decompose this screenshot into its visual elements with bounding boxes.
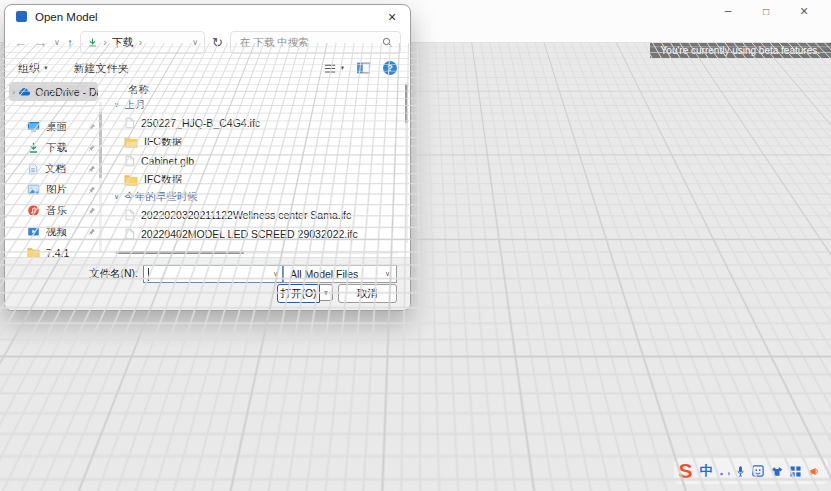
emoji-keyboard-icon[interactable] [752,465,764,477]
breadcrumb-separator: › [103,37,106,48]
pictures-icon [27,183,40,196]
dialog-nav-bar: ← → ∨ ↑ › 下载 › ∨ ↻ [5,28,410,56]
file-icon [124,209,135,221]
new-folder-button[interactable]: 新建文件夹 [74,61,129,76]
close-icon[interactable]: × [785,2,823,20]
file-list: 名称 ∨ 上月 250227_HJQ-B_C4G4.ifc IFC数据 [102,80,410,257]
places-sidebar: › OneDrive - Dat 桌面 下载 [5,80,102,257]
sogou-logo-icon[interactable]: S [678,460,692,482]
folder-row[interactable]: IFC数据 [112,170,410,189]
address-dropdown-icon[interactable]: ∨ [192,38,198,47]
beta-notice: You're currently using beta features. [650,43,831,58]
address-bar[interactable]: › 下载 › ∨ [80,31,205,54]
group-header-earlier-this-year[interactable]: ∨ 今年的早些时候 [112,189,410,205]
maximize-icon[interactable]: □ [747,2,785,20]
open-split-button: 打开(O) ▼ [277,284,333,303]
sidebar-item-desktop[interactable]: 桌面 [5,116,102,137]
breadcrumb-separator: › [139,37,142,48]
filename-input[interactable] [148,268,271,281]
view-mode-button[interactable]: ▾ [324,63,344,74]
folder-name: IFC数据 [144,135,182,149]
chevron-down-icon[interactable]: ∨ [273,270,278,278]
ime-language-toggle[interactable]: 中 [699,462,712,480]
group-label: 今年的早些时候 [124,190,198,204]
collapse-chevron-icon[interactable]: ∨ [114,101,119,109]
file-name: Cabinet.glb [141,155,194,167]
refresh-icon[interactable]: ↻ [212,35,223,50]
sidebar-item-label: 文档 [45,162,66,176]
sidebar-item-label: 图片 [46,183,67,197]
file-icon [124,155,135,167]
file-name: 250227_HJQ-B_C4G4.ifc [141,117,260,129]
file-name: 20220402MODEL LED SCREED 29032022.ifc [141,228,358,240]
sidebar-item-documents[interactable]: 文档 [5,158,102,179]
new-folder-label: 新建文件夹 [74,61,129,76]
dialog-footer: 文件名(N): ∨ All Model Files ∨ 打开(O) ▼ 取消 [5,257,410,310]
forward-icon[interactable]: → [34,36,47,49]
promo-horn-icon[interactable] [808,466,820,477]
dialog-toolbar: 组织 ▾ 新建文件夹 ▾ ? [5,56,410,80]
onedrive-cloud-icon [18,87,32,97]
filename-combobox[interactable]: ∨ [143,265,283,283]
downloads-icon [27,141,40,154]
up-icon[interactable]: ↑ [67,36,74,49]
pin-icon [88,186,96,194]
search-box[interactable] [230,31,401,54]
folder-row[interactable]: IFC数据 [112,132,410,151]
group-label: 上月 [124,98,145,112]
file-row[interactable]: Cabinet.glb [112,151,410,170]
pin-icon [88,207,96,215]
sidebar-item-pictures[interactable]: 图片 [5,179,102,200]
pin-icon [88,144,96,152]
filetype-select[interactable]: All Model Files ∨ [283,265,397,283]
group-header-last-month[interactable]: ∨ 上月 [112,97,410,113]
file-icon [124,117,135,129]
file-row[interactable]: 2022020320211122Wellness center Sama.ifc [112,205,410,224]
list-horizontal-scrollbar-thumb[interactable] [116,251,244,254]
sidebar-item-downloads[interactable]: 下载 [5,137,102,158]
desktop-icon [27,120,40,133]
filename-label: 文件名(N): [89,267,138,281]
file-row[interactable]: 20220402MODEL LED SCREED 29032022.ifc [112,224,410,243]
downloads-crumb-icon [87,37,98,48]
sidebar-item-label: 音乐 [46,204,67,218]
sidebar-item-videos[interactable]: 视频 [5,221,102,242]
organize-label: 组织 [18,61,40,76]
folder-name: IFC数据 [144,173,182,187]
collapse-chevron-icon[interactable]: ∨ [114,193,119,201]
dialog-close-icon[interactable]: × [374,5,410,28]
music-icon [27,204,40,217]
folder-icon [124,174,138,186]
chevron-down-icon: ▾ [44,64,48,72]
list-vertical-scrollbar-thumb[interactable] [405,84,408,123]
ime-punctuation-toggle[interactable]: 。, [719,465,729,478]
skin-shirt-icon[interactable] [771,466,783,477]
sidebar-divider [19,106,94,107]
expand-chevron-icon[interactable]: › [12,86,15,97]
search-input[interactable] [238,35,377,49]
filetype-value: All Model Files [290,268,358,280]
sidebar-item-music[interactable]: 音乐 [5,200,102,221]
window-controls: – □ × [709,2,823,20]
breadcrumb-downloads[interactable]: 下载 [112,35,134,50]
chevron-down-icon: ∨ [385,270,390,278]
file-row[interactable]: 250227_HJQ-B_C4G4.ifc [112,113,410,132]
dialog-title: Open Model [35,11,98,23]
sidebar-item-onedrive[interactable]: › OneDrive - Dat [9,82,98,101]
toolbox-icon[interactable] [790,466,801,477]
minimize-icon[interactable]: – [709,2,747,20]
cancel-button[interactable]: 取消 [338,284,397,303]
column-header-name[interactable]: 名称 [112,82,410,97]
preview-pane-button[interactable] [357,62,370,74]
recent-locations-icon[interactable]: ∨ [54,38,60,47]
ime-toolbar[interactable]: S 中 。, [674,458,828,484]
organize-button[interactable]: 组织 ▾ [18,61,48,76]
pin-icon [88,165,96,173]
sidebar-item-label: 下载 [46,141,67,155]
sidebar-item-label: 桌面 [46,120,67,134]
microphone-icon[interactable] [736,465,745,478]
back-icon[interactable]: ← [14,36,27,49]
help-icon[interactable]: ? [383,61,397,75]
open-button[interactable]: 打开(O) [277,284,320,303]
open-dropdown-icon[interactable]: ▼ [320,284,333,301]
